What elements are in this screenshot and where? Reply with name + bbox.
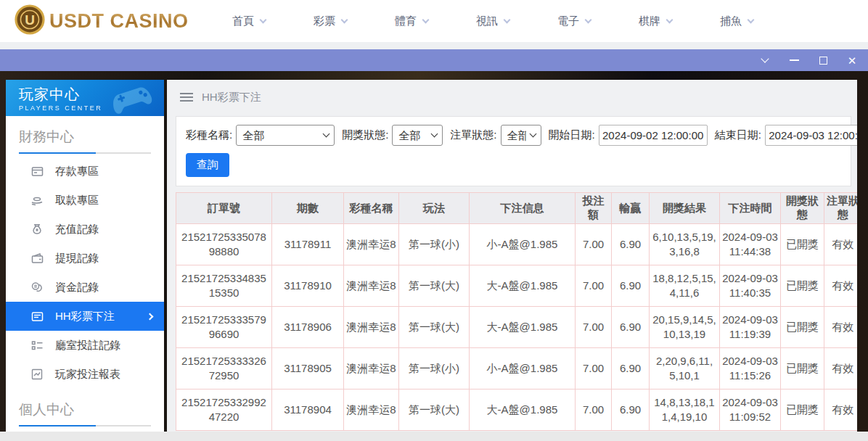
table-cell: 18,8,12,5,15,4,11,6 <box>650 265 720 307</box>
table-cell: 7.00 <box>576 265 612 307</box>
nav-item-4[interactable]: 電子 <box>557 15 591 28</box>
nav-item-label: 體育 <box>395 15 417 28</box>
table-row: 215217253350789888031178911澳洲幸运8第一球(小)小-… <box>176 224 858 265</box>
section-underline <box>19 152 151 154</box>
chevron-down-icon <box>666 16 673 23</box>
end-date-input[interactable] <box>765 125 857 146</box>
order-status-select[interactable]: 全部 <box>501 125 541 146</box>
main-header: HH彩票下注 <box>167 80 857 115</box>
table-cell: 大-A盤@1.985 <box>470 307 576 348</box>
sidebar-item-room-bet-records[interactable]: 廳室投註記錄 <box>6 331 164 360</box>
table-cell: 有效 <box>824 265 858 307</box>
minimize-window-button[interactable] <box>788 54 800 66</box>
column-header: 投注額 <box>576 193 612 224</box>
sidebar-item-label: 充值記錄 <box>55 223 99 236</box>
order-status-select-wrap: 全部 <box>501 125 541 146</box>
chevron-down-icon <box>761 54 769 62</box>
close-window-button[interactable]: ✕ <box>846 54 858 66</box>
sidebar-sections: 財務中心存款專區取款專區充值記錄提現記錄資金記錄HH彩票下注廳室投註記錄玩家投注… <box>6 116 164 432</box>
sidebar-item-recharge-records[interactable]: 充值記錄 <box>6 215 164 244</box>
draw-status-select[interactable]: 全部 <box>392 125 443 146</box>
sidebar-item-label: 存款專區 <box>55 165 99 178</box>
table-cell: 第一球(大) <box>399 390 470 431</box>
maximize-window-button[interactable] <box>817 54 829 66</box>
table-cell: 已開獎 <box>781 307 824 348</box>
chevron-down-window-button[interactable] <box>759 54 771 66</box>
sidebar-item-deposit-zone[interactable]: 存款專區 <box>6 157 164 186</box>
draw-status-label: 開獎狀態: <box>342 128 388 142</box>
query-button[interactable]: 查詢 <box>186 153 229 177</box>
site-logo: U USDT CASINO <box>15 4 196 38</box>
logo-text: USDT CASINO <box>49 10 189 33</box>
table-cell: 小-A盤@1.985 <box>470 224 576 265</box>
table-cell: 第一球(小) <box>399 224 470 265</box>
table-cell: 6.90 <box>612 307 650 348</box>
table-cell: 有效 <box>824 348 858 390</box>
column-header: 注單狀態 <box>824 193 858 224</box>
nav-item-6[interactable]: 捕魚 <box>720 15 753 28</box>
end-date-label: 結束日期: <box>715 128 761 142</box>
table-cell: 澳洲幸运8 <box>344 265 399 307</box>
nav-item-5[interactable]: 棋牌 <box>639 15 672 28</box>
sidebar-item-hh-lottery-bets[interactable]: HH彩票下注 <box>6 302 164 331</box>
table-cell: 2,20,9,6,11,5,10,1 <box>650 348 720 390</box>
section-header-1: 個人中心 <box>6 389 164 425</box>
table-cell: 2152172533507898880 <box>176 224 272 265</box>
start-date-input[interactable] <box>599 125 708 146</box>
chevron-down-icon <box>504 16 511 23</box>
table-cell: 6.90 <box>612 348 650 390</box>
report-icon <box>30 368 44 381</box>
table-cell: 2152172533357996690 <box>176 307 272 348</box>
window-titlebar: ✕ <box>0 49 868 71</box>
filter-lottery-type: 彩種名稱:全部 <box>186 125 335 146</box>
bet-table-body: 215217253350789888031178911澳洲幸运8第一球(小)小-… <box>176 224 858 431</box>
table-cell: 大-A盤@1.985 <box>470 265 576 307</box>
nav-item-3[interactable]: 視訊 <box>476 15 509 28</box>
chevron-down-icon <box>748 16 755 23</box>
window-body: 玩家中心 PLAYERS CENTER 財務中心存款專區取款專區充值記錄提現 <box>0 71 868 441</box>
withdraw-icon <box>30 194 44 207</box>
column-header: 下注時間 <box>720 193 781 224</box>
sidebar-item-funds-records[interactable]: 資金記錄 <box>6 273 164 302</box>
chevron-right-icon <box>147 313 154 320</box>
table-header-row: 訂單號期數彩種名稱玩法下注信息投注額輸贏開獎結果下注時間開獎狀態注單狀態 <box>176 193 858 224</box>
menu-toggle-icon[interactable] <box>180 92 193 102</box>
table-cell: 已開獎 <box>781 265 824 307</box>
nav-item-2[interactable]: 體育 <box>395 15 428 28</box>
table-cell: 已開獎 <box>781 390 824 431</box>
lottery-type-label: 彩種名稱: <box>186 128 232 142</box>
chevron-down-icon <box>422 16 430 23</box>
nav-item-1[interactable]: 彩票 <box>314 15 347 28</box>
column-header: 下注信息 <box>470 193 576 224</box>
sidebar-item-withdrawal-records[interactable]: 提現記錄 <box>6 244 164 273</box>
page-background-gap <box>0 42 868 49</box>
sidebar-item-player-bet-report[interactable]: 玩家投注報表 <box>6 360 164 389</box>
filter-panel: 彩種名稱:全部開獎狀態:全部注單狀態:全部開始日期:結束日期: 查詢 <box>176 116 851 186</box>
filter-row: 彩種名稱:全部開獎狀態:全部注單狀態:全部開始日期:結束日期: <box>186 125 841 146</box>
table-row: 215217253335799669031178906澳洲幸运8第一球(大)大-… <box>176 307 858 348</box>
lottery-type-select[interactable]: 全部 <box>236 125 335 146</box>
table-cell: 7.00 <box>576 348 612 390</box>
table-cell: 31178911 <box>272 224 344 265</box>
table-cell: 20,15,9,14,5,10,13,19 <box>650 307 720 348</box>
nav-item-label: 捕魚 <box>720 15 742 28</box>
table-row: 215217253348351535031178910澳洲幸运8第一球(大)大-… <box>176 265 858 307</box>
lottery-bet-icon <box>30 310 44 323</box>
sidebar-item-label: 玩家投注報表 <box>55 368 120 382</box>
svg-text:U: U <box>25 12 35 28</box>
table-cell: 大-A盤@1.985 <box>470 390 576 431</box>
sidebar-item-label: 取款專區 <box>55 194 99 207</box>
table-cell: 2024-09-03 11:44:38 <box>720 224 781 265</box>
bet-table-card: 訂單號期數彩種名稱玩法下注信息投注額輸贏開獎結果下注時間開獎狀態注單狀態 215… <box>176 192 857 431</box>
table-cell: 澳洲幸运8 <box>344 224 399 265</box>
table-cell: 6.90 <box>612 265 650 307</box>
column-header: 期數 <box>272 193 344 224</box>
nav-item-0[interactable]: 首頁 <box>232 15 266 28</box>
column-header: 彩種名稱 <box>344 193 399 224</box>
table-row: 215217253333267295031178905澳洲幸运8第一球(小)小-… <box>176 348 858 390</box>
table-cell: 已開獎 <box>781 348 824 390</box>
sidebar-item-withdraw-zone[interactable]: 取款專區 <box>6 186 164 215</box>
table-cell: 14,8,13,18,11,4,19,10 <box>650 390 720 431</box>
section-underline <box>19 425 151 426</box>
table-cell: 2024-09-03 11:19:39 <box>720 307 781 348</box>
